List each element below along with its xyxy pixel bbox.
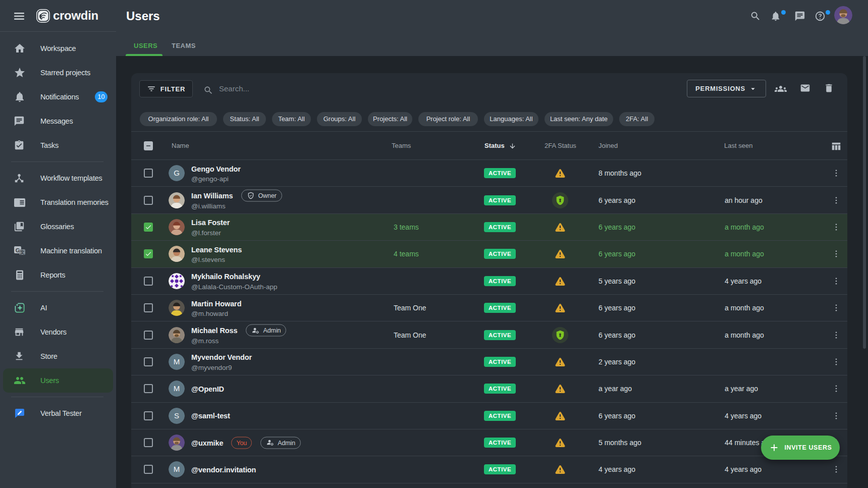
svg-text:G: G — [16, 247, 20, 253]
svg-text:文: 文 — [20, 249, 25, 255]
